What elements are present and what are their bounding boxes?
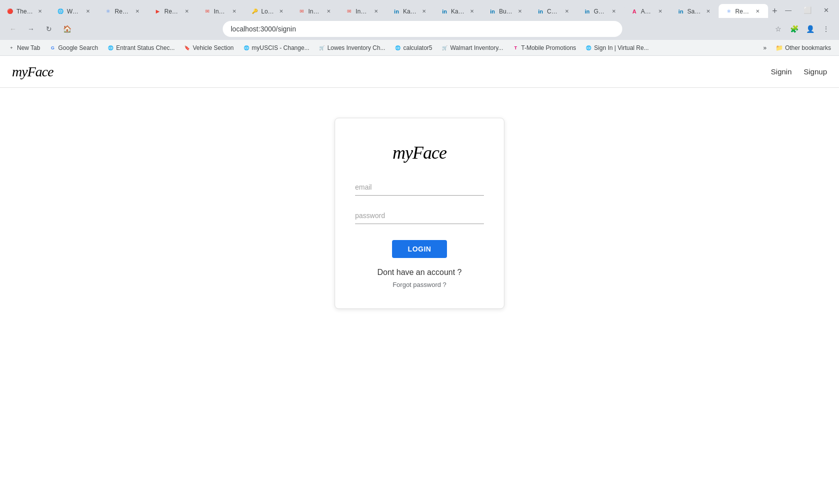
- tab-close-3[interactable]: ✕: [133, 7, 141, 15]
- tab-3[interactable]: ⚛ Reac... ✕: [98, 4, 148, 18]
- tab-title-14: Ang...: [641, 8, 653, 15]
- tab-close-9[interactable]: ✕: [420, 7, 428, 15]
- signup-nav-link[interactable]: Signup: [804, 67, 827, 76]
- tab-favicon-6: 🔑: [251, 8, 258, 15]
- tab-4[interactable]: ▶ Reac... ✕: [148, 4, 197, 18]
- password-field-wrapper: [355, 208, 484, 224]
- account-icon[interactable]: 👤: [803, 22, 817, 36]
- password-input[interactable]: [355, 208, 484, 224]
- bookmarks-more-icon: »: [763, 44, 767, 51]
- tab-5[interactable]: ✉ Inbo... ✕: [197, 4, 245, 18]
- tab-title-4: Reac...: [164, 8, 180, 15]
- tab-favicon-1: 🔴: [6, 8, 13, 15]
- email-input[interactable]: [355, 179, 484, 196]
- bookmark-walmart-inventory[interactable]: 🛒 Walmart Inventory...: [437, 42, 507, 53]
- tab-16-active[interactable]: ⚛ Reac... ✕: [719, 4, 768, 18]
- bookmark-walmart-label: Walmart Inventory...: [450, 44, 503, 51]
- tab-2[interactable]: 🌐 Web... ✕: [50, 4, 98, 18]
- tab-favicon-3: ⚛: [105, 8, 112, 15]
- bookmark-vehicle-section[interactable]: 🔖 Vehicle Section: [180, 42, 238, 53]
- bookmark-lowes-inventory[interactable]: 🛒 Lowes Inventory Ch...: [314, 42, 389, 53]
- tab-favicon-9: in: [393, 8, 400, 15]
- tab-favicon-12: in: [537, 8, 544, 15]
- app-nav: myFace Signin Signup: [0, 56, 839, 88]
- tab-close-14[interactable]: ✕: [656, 7, 664, 15]
- bookmark-myuscis[interactable]: 🌐 myUSCIS - Change...: [239, 42, 313, 53]
- bookmark-google-search[interactable]: G Google Search: [45, 42, 102, 53]
- tab-8[interactable]: ✉ Inbo... ✕: [339, 4, 387, 18]
- bookmark-vehicle-label: Vehicle Section: [193, 44, 234, 51]
- tab-favicon-11: in: [489, 8, 496, 15]
- app-wrapper: myFace Signin Signup myFace LOGIN Dont: [0, 56, 839, 504]
- tab-close-4[interactable]: ✕: [183, 7, 191, 15]
- app-nav-links: Signin Signup: [771, 67, 827, 76]
- close-button[interactable]: ✕: [820, 4, 833, 16]
- new-tab-button[interactable]: +: [768, 4, 781, 18]
- tab-favicon-13: in: [584, 8, 591, 15]
- bookmark-virtual-label: Sign In | Virtual Re...: [594, 44, 649, 51]
- tab-favicon-10: in: [441, 8, 448, 15]
- tab-title-7: Inbo...: [308, 8, 322, 15]
- bookmark-new-tab[interactable]: + New Tab: [4, 42, 44, 53]
- tab-favicon-8: ✉: [346, 8, 353, 15]
- bookmark-entrant-label: Entrant Status Chec...: [116, 44, 175, 51]
- tab-close-15[interactable]: ✕: [704, 7, 712, 15]
- tab-close-1[interactable]: ✕: [36, 7, 44, 15]
- back-button[interactable]: ←: [6, 22, 20, 36]
- reload-button[interactable]: ↻: [42, 22, 56, 36]
- google-favicon: G: [49, 44, 56, 51]
- bookmark-entrant-status[interactable]: 🌐 Entrant Status Chec...: [103, 42, 179, 53]
- bookmark-star-icon[interactable]: ☆: [771, 22, 785, 36]
- bookmark-tmobile[interactable]: T T-Mobile Promotions: [508, 42, 580, 53]
- tab-12[interactable]: in Con... ✕: [530, 4, 577, 18]
- tmobile-favicon: T: [512, 44, 519, 51]
- tab-9[interactable]: in Karc... ✕: [387, 4, 434, 18]
- tab-14[interactable]: A Ang... ✕: [624, 4, 671, 18]
- tab-title-16: Reac...: [735, 8, 751, 15]
- minimize-button[interactable]: —: [781, 4, 796, 16]
- other-bookmarks-button[interactable]: 📁 Other bookmarks: [772, 42, 835, 53]
- bookmarks-more-btn[interactable]: »: [759, 42, 771, 53]
- tab-close-13[interactable]: ✕: [610, 7, 618, 15]
- app-logo: myFace: [12, 64, 53, 80]
- url-bar[interactable]: [223, 21, 622, 37]
- browser-chrome: 🔴 The s... ✕ 🌐 Web... ✕ ⚛ Reac... ✕ ▶ Re…: [0, 0, 839, 56]
- tab-close-11[interactable]: ✕: [516, 7, 524, 15]
- url-input[interactable]: [231, 25, 614, 33]
- tab-close-2[interactable]: ✕: [84, 7, 92, 15]
- tab-7[interactable]: ✉ Inbo... ✕: [292, 4, 339, 18]
- tab-close-16[interactable]: ✕: [754, 7, 762, 15]
- tab-title-10: Karc...: [451, 8, 465, 15]
- tab-11[interactable]: in Burs... ✕: [482, 4, 530, 18]
- bookmark-lowes-label: Lowes Inventory Ch...: [327, 44, 385, 51]
- home-button[interactable]: 🏠: [60, 22, 74, 36]
- tab-close-12[interactable]: ✕: [563, 7, 571, 15]
- forward-button[interactable]: →: [24, 22, 38, 36]
- tab-close-5[interactable]: ✕: [230, 7, 238, 15]
- tab-close-10[interactable]: ✕: [468, 7, 476, 15]
- myuscis-favicon: 🌐: [243, 44, 250, 51]
- tab-10[interactable]: in Karc... ✕: [434, 4, 482, 18]
- login-button[interactable]: LOGIN: [392, 240, 447, 258]
- tab-close-7[interactable]: ✕: [325, 7, 333, 15]
- lowes-favicon: 🛒: [318, 44, 325, 51]
- tab-close-6[interactable]: ✕: [277, 7, 285, 15]
- menu-icon[interactable]: ⋮: [819, 22, 833, 36]
- bookmark-new-tab-label: New Tab: [17, 44, 40, 51]
- tab-bar: 🔴 The s... ✕ 🌐 Web... ✕ ⚛ Reac... ✕ ▶ Re…: [0, 0, 839, 18]
- bookmark-calculator5[interactable]: 🌐 calculator5: [390, 42, 436, 53]
- forgot-password-link[interactable]: Forgot password ?: [393, 281, 446, 288]
- tab-favicon-15: in: [677, 8, 684, 15]
- tab-6[interactable]: 🔑 Logi... ✕: [245, 4, 292, 18]
- extensions-icon[interactable]: 🧩: [787, 22, 801, 36]
- restore-button[interactable]: ⬜: [800, 4, 816, 16]
- tab-15[interactable]: in Sam... ✕: [671, 4, 719, 18]
- tab-1[interactable]: 🔴 The s... ✕: [0, 4, 50, 18]
- calc-favicon: 🌐: [394, 44, 401, 51]
- tab-13[interactable]: in Geo... ✕: [577, 4, 624, 18]
- no-account-text: Dont have an account ?: [377, 268, 461, 277]
- tab-title-3: Reac...: [115, 8, 130, 15]
- bookmark-virtual-re[interactable]: 🌐 Sign In | Virtual Re...: [581, 42, 653, 53]
- signin-nav-link[interactable]: Signin: [771, 67, 792, 76]
- tab-close-8[interactable]: ✕: [372, 7, 380, 15]
